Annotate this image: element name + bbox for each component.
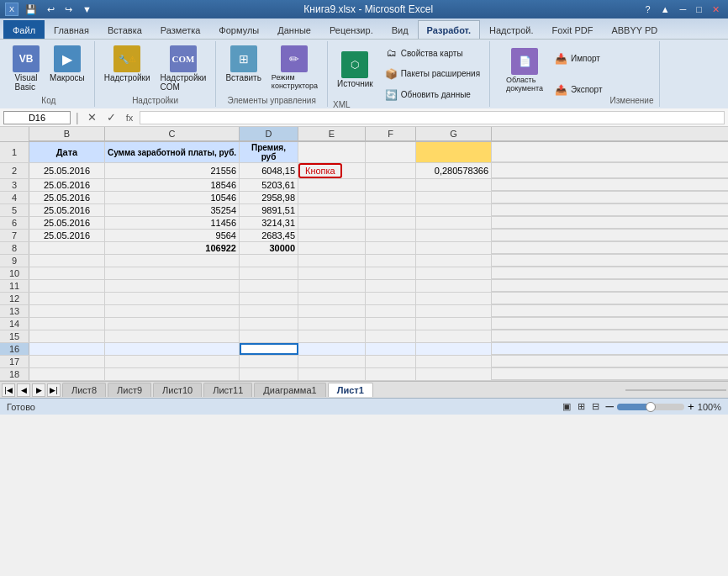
row-num-13[interactable]: 13 (0, 305, 29, 317)
tab-review[interactable]: Рецензир. (320, 20, 382, 39)
cell-f2[interactable] (366, 163, 416, 178)
cell-f5[interactable] (366, 204, 416, 216)
cell-b9[interactable] (29, 255, 105, 267)
row-num-17[interactable]: 17 (0, 356, 29, 367)
cell-b18[interactable] (29, 368, 105, 380)
sheet-tab-lист11[interactable]: Лист11 (203, 383, 252, 397)
cell-c8[interactable]: 106922 (105, 242, 240, 254)
col-header-e[interactable]: E (298, 127, 366, 141)
row-num-14[interactable]: 14 (0, 318, 29, 330)
cell-e13[interactable] (298, 305, 366, 317)
cell-c11[interactable] (105, 280, 240, 292)
design-mode-btn[interactable]: ✏ Режимконструктора (267, 43, 322, 92)
cell-g8[interactable] (416, 242, 492, 254)
cell-c1[interactable]: Сумма заработной платы, руб. (105, 142, 240, 162)
cell-b2[interactable]: 25.05.2016 (29, 163, 105, 178)
cell-d5[interactable]: 9891,51 (240, 204, 298, 216)
import-btn[interactable]: 📥 Импорт (551, 50, 607, 68)
cell-d1[interactable]: Премия,руб (240, 142, 298, 162)
cell-d9[interactable] (240, 255, 298, 267)
cell-b11[interactable] (29, 280, 105, 292)
sheet-nav-prev[interactable]: ◀ (17, 383, 30, 397)
minimize-btn[interactable]: ─ (677, 3, 690, 15)
cell-e6[interactable] (298, 217, 366, 229)
cell-g7[interactable] (416, 230, 492, 241)
cell-e8[interactable] (298, 242, 366, 254)
cell-b5[interactable]: 25.05.2016 (29, 204, 105, 216)
tab-formulas[interactable]: Формулы (209, 20, 268, 39)
cell-b14[interactable] (29, 318, 105, 330)
cell-f6[interactable] (366, 217, 416, 229)
view-page-btn[interactable]: ⊟ (592, 401, 599, 412)
row-num-10[interactable]: 10 (0, 267, 29, 279)
cell-g11[interactable] (416, 280, 492, 292)
restore-btn[interactable]: □ (693, 3, 705, 15)
cell-d15[interactable] (240, 330, 298, 342)
cell-f7[interactable] (366, 230, 416, 241)
cell-c13[interactable] (105, 305, 240, 317)
formula-input[interactable] (140, 111, 725, 124)
cell-d17[interactable] (240, 356, 298, 367)
cell-d11[interactable] (240, 280, 298, 292)
cell-e17[interactable] (298, 356, 366, 367)
cell-e4[interactable] (298, 192, 366, 203)
row-num-11[interactable]: 11 (0, 280, 29, 292)
export-btn[interactable]: 📤 Экспорт (551, 81, 607, 99)
row-num-4[interactable]: 4 (0, 192, 29, 203)
view-layout-btn[interactable]: ⊞ (578, 401, 585, 412)
cell-g15[interactable] (416, 330, 492, 342)
cell-d10[interactable] (240, 267, 298, 279)
cell-g3[interactable] (416, 179, 492, 191)
ribbon-toggle-btn[interactable]: ▲ (657, 3, 673, 15)
cell-g2[interactable]: 0,280578366 (416, 163, 492, 178)
cell-g13[interactable] (416, 305, 492, 317)
map-properties-btn[interactable]: 🗂 Свойства карты (381, 44, 484, 62)
cell-d16[interactable] (240, 343, 298, 355)
col-header-b[interactable]: B (29, 127, 105, 141)
cell-f18[interactable] (366, 368, 416, 380)
cell-c15[interactable] (105, 330, 240, 342)
refresh-data-btn[interactable]: 🔄 Обновить данные (381, 86, 484, 104)
cell-d12[interactable] (240, 293, 298, 304)
cell-e2[interactable]: Кнопка (298, 163, 366, 178)
cell-e10[interactable] (298, 267, 366, 279)
cell-g17[interactable] (416, 356, 492, 367)
row-num-5[interactable]: 5 (0, 204, 29, 216)
cell-c17[interactable] (105, 356, 240, 367)
cell-e5[interactable] (298, 204, 366, 216)
cell-c9[interactable] (105, 255, 240, 267)
cell-e18[interactable] (298, 368, 366, 380)
cell-d3[interactable]: 5203,61 (240, 179, 298, 191)
addins-btn[interactable]: 🔧⚠ Надстройки (100, 43, 155, 85)
cell-b1[interactable]: Дата (29, 142, 105, 162)
cell-e15[interactable] (298, 330, 366, 342)
sheet-nav-first[interactable]: |◀ (2, 383, 15, 397)
cell-g12[interactable] (416, 293, 492, 304)
tab-insert[interactable]: Вставка (98, 20, 151, 39)
cell-f1[interactable] (366, 142, 416, 162)
cell-b3[interactable]: 25.05.2016 (29, 179, 105, 191)
cell-c4[interactable]: 10546 (105, 192, 240, 203)
cell-c10[interactable] (105, 267, 240, 279)
row-num-3[interactable]: 3 (0, 179, 29, 191)
cell-c3[interactable]: 18546 (105, 179, 240, 191)
cell-b6[interactable]: 25.05.2016 (29, 217, 105, 229)
cell-e14[interactable] (298, 318, 366, 330)
cell-d8[interactable]: 30000 (240, 242, 298, 254)
insert-function-btn[interactable]: fx (123, 113, 137, 123)
tab-developer[interactable]: Разработ. (418, 20, 480, 39)
cell-d18[interactable] (240, 368, 298, 380)
cell-c16[interactable] (105, 343, 240, 355)
cell-b13[interactable] (29, 305, 105, 317)
cell-g1[interactable] (416, 142, 492, 162)
horizontal-scrollbar[interactable] (625, 389, 726, 391)
row-num-7[interactable]: 7 (0, 230, 29, 241)
source-btn[interactable]: ⬡ Источник (333, 43, 377, 97)
cell-f14[interactable] (366, 318, 416, 330)
cell-f3[interactable] (366, 179, 416, 191)
row-num-18[interactable]: 18 (0, 368, 29, 380)
cell-d2[interactable]: 6048,15 (240, 163, 298, 178)
sheet-tab-lист10[interactable]: Лист10 (153, 383, 202, 397)
cell-g9[interactable] (416, 255, 492, 267)
cell-e7[interactable] (298, 230, 366, 241)
